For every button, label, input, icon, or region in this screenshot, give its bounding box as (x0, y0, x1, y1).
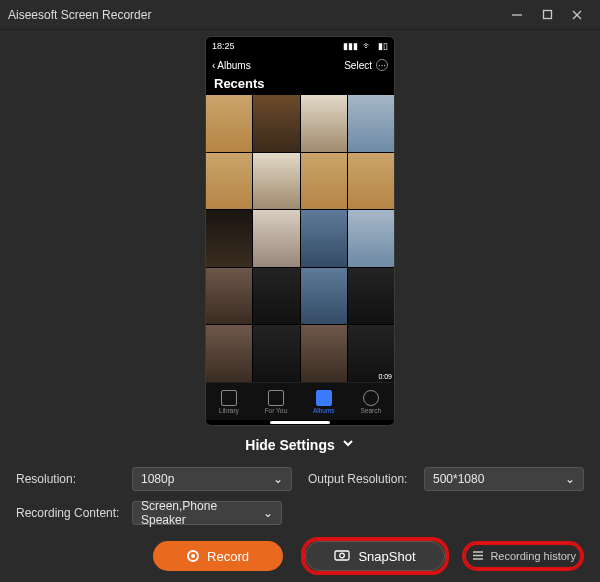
recording-history-button[interactable]: Recording history (464, 543, 582, 569)
chevron-down-icon: ⌄ (565, 472, 575, 486)
output-resolution-dropdown[interactable]: 500*1080 ⌄ (424, 467, 584, 491)
window-title: Aiseesoft Screen Recorder (8, 8, 502, 22)
record-button[interactable]: Record (153, 541, 283, 571)
recording-content-row: Recording Content: Screen,Phone Speaker … (16, 501, 584, 525)
output-resolution-value: 500*1080 (433, 472, 484, 486)
albums-icon (316, 390, 332, 406)
phone-frame: 18:25 ▮▮▮ ᯤ ▮▯ ‹ Albums Select ⋯ Recents (205, 36, 395, 426)
output-resolution-row: Output Resolution: 500*1080 ⌄ (308, 467, 584, 491)
phone-status-icons: ▮▮▮ ᯤ ▮▯ (340, 41, 388, 51)
record-label: Record (207, 549, 249, 564)
resolution-dropdown[interactable]: 1080p ⌄ (132, 467, 292, 491)
more-icon[interactable]: ⋯ (376, 59, 388, 71)
tab-for-you[interactable]: For You (265, 390, 287, 414)
titlebar: Aiseesoft Screen Recorder (0, 0, 600, 30)
svg-rect-4 (335, 551, 349, 560)
recording-content-dropdown[interactable]: Screen,Phone Speaker ⌄ (132, 501, 282, 525)
home-indicator (206, 420, 394, 425)
photo-cell[interactable] (206, 153, 252, 210)
phone-preview-area: 18:25 ▮▮▮ ᯤ ▮▯ ‹ Albums Select ⋯ Recents (0, 30, 600, 426)
snapshot-label: SnapShot (358, 549, 415, 564)
phone-back-button[interactable]: ‹ Albums (212, 60, 251, 71)
photo-cell[interactable] (206, 268, 252, 325)
minimize-button[interactable] (502, 4, 532, 26)
library-icon (221, 390, 237, 406)
phone-select-button[interactable]: Select (344, 60, 372, 71)
battery-icon: ▮▯ (378, 41, 388, 51)
photo-cell[interactable] (301, 268, 347, 325)
video-duration: 0:09 (378, 373, 392, 380)
phone-back-label: Albums (217, 60, 250, 71)
phone-statusbar: 18:25 ▮▮▮ ᯤ ▮▯ (206, 37, 394, 54)
settings-panel: Resolution: 1080p ⌄ Output Resolution: 5… (0, 461, 600, 533)
wifi-icon: ᯤ (363, 41, 372, 51)
resolution-row: Resolution: 1080p ⌄ (16, 467, 292, 491)
photo-cell[interactable] (253, 95, 299, 152)
photo-cell[interactable] (253, 325, 299, 382)
recording-content-label: Recording Content: (16, 506, 122, 520)
photo-cell[interactable] (253, 268, 299, 325)
photo-cell[interactable] (206, 325, 252, 382)
phone-nav: ‹ Albums Select ⋯ (206, 54, 394, 76)
action-row: Record SnapShot Recording history (0, 533, 600, 582)
recording-content-value: Screen,Phone Speaker (141, 499, 263, 527)
maximize-icon (542, 9, 553, 20)
recording-history-label: Recording history (490, 550, 576, 562)
camera-icon (334, 549, 350, 564)
minimize-icon (511, 9, 523, 21)
photo-cell[interactable] (348, 153, 394, 210)
photo-cell-video[interactable]: 0:09 (348, 325, 394, 382)
close-icon (571, 9, 583, 21)
photo-cell[interactable] (348, 210, 394, 267)
signal-icon: ▮▮▮ (343, 41, 358, 51)
list-icon (470, 550, 484, 563)
photo-cell[interactable] (301, 95, 347, 152)
chevron-down-icon (341, 436, 355, 453)
phone-time: 18:25 (212, 41, 235, 51)
phone-screen-title: Recents (206, 76, 394, 95)
photo-cell[interactable] (348, 268, 394, 325)
hide-settings-toggle[interactable]: Hide Settings (0, 426, 600, 461)
tab-albums[interactable]: Albums (313, 390, 335, 414)
search-icon (363, 390, 379, 406)
photo-cell[interactable] (206, 210, 252, 267)
phone-tabbar: Library For You Albums Search (206, 382, 394, 420)
resolution-label: Resolution: (16, 472, 122, 486)
photo-grid: 0:09 (206, 95, 394, 382)
svg-rect-1 (543, 11, 551, 19)
snapshot-button[interactable]: SnapShot (305, 541, 445, 571)
photo-cell[interactable] (348, 95, 394, 152)
output-resolution-label: Output Resolution: (308, 472, 414, 486)
foryou-icon (268, 390, 284, 406)
tab-library[interactable]: Library (219, 390, 239, 414)
photo-cell[interactable] (253, 210, 299, 267)
photo-cell[interactable] (301, 325, 347, 382)
close-button[interactable] (562, 4, 592, 26)
resolution-value: 1080p (141, 472, 174, 486)
photo-cell[interactable] (253, 153, 299, 210)
hide-settings-label: Hide Settings (245, 437, 334, 453)
photo-cell[interactable] (301, 210, 347, 267)
svg-point-5 (340, 553, 345, 558)
tab-search[interactable]: Search (360, 390, 381, 414)
record-icon (187, 550, 199, 562)
photo-cell[interactable] (301, 153, 347, 210)
maximize-button[interactable] (532, 4, 562, 26)
chevron-left-icon: ‹ (212, 60, 215, 71)
chevron-down-icon: ⌄ (263, 506, 273, 520)
photo-cell[interactable] (206, 95, 252, 152)
chevron-down-icon: ⌄ (273, 472, 283, 486)
